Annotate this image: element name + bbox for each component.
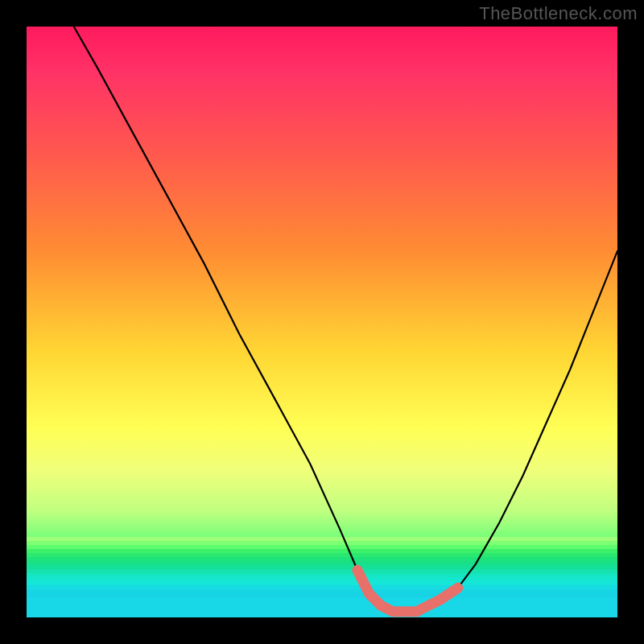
bottleneck-curve bbox=[27, 27, 617, 617]
watermark-text: TheBottleneck.com bbox=[479, 3, 638, 24]
chart-area bbox=[27, 27, 617, 617]
